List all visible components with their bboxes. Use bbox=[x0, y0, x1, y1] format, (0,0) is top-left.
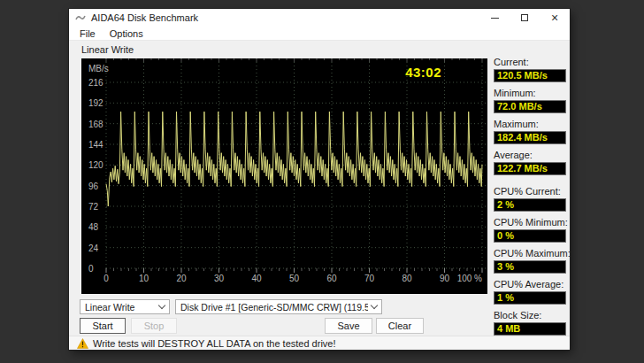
svg-text:216: 216 bbox=[88, 78, 104, 88]
menu-item-options[interactable]: Options bbox=[110, 28, 143, 39]
svg-text:10: 10 bbox=[139, 274, 150, 283]
maximize-icon bbox=[521, 14, 528, 21]
chart-title: Linear Write bbox=[81, 44, 134, 55]
app-window: AIDA64 Disk Benchmark × FileOptions Line… bbox=[69, 9, 570, 350]
svg-text:70: 70 bbox=[364, 274, 375, 283]
svg-text:40: 40 bbox=[251, 274, 262, 283]
stat-label: CPU% Current: bbox=[494, 186, 566, 197]
svg-text:144: 144 bbox=[88, 140, 104, 150]
stat-label: CPU% Maximum: bbox=[494, 248, 566, 259]
stat-value: 182.4 MB/s bbox=[494, 131, 566, 144]
chart-canvas: MB/s024487296120144168192216010203040506… bbox=[81, 58, 487, 294]
close-button[interactable]: × bbox=[540, 9, 570, 27]
stat-label: Average: bbox=[494, 150, 566, 161]
stats-sidebar: Current:120.5 MB/sMinimum:72.0 MB/sMaxim… bbox=[494, 57, 566, 341]
stat-item: Block Size:4 MB bbox=[494, 310, 566, 336]
stat-label: Block Size: bbox=[494, 310, 566, 321]
status-bar: Write tests will DESTROY ALL DATA on the… bbox=[69, 336, 570, 350]
stat-item: CPU% Maximum:3 % bbox=[494, 248, 566, 274]
maximize-button[interactable] bbox=[510, 9, 540, 27]
warning-text: Write tests will DESTROY ALL DATA on the… bbox=[93, 338, 336, 349]
stat-value: 72.0 MB/s bbox=[494, 100, 566, 113]
svg-text:96: 96 bbox=[88, 182, 99, 191]
stat-label: Current: bbox=[494, 57, 566, 68]
drive-select-value: Disk Drive #1 [Generic-SD/MMC CRW] (119.… bbox=[180, 302, 368, 313]
svg-text:168: 168 bbox=[88, 120, 104, 129]
stat-label: Minimum: bbox=[494, 88, 566, 99]
minimize-button[interactable] bbox=[479, 9, 510, 27]
svg-text:0: 0 bbox=[104, 274, 109, 283]
svg-text:80: 80 bbox=[402, 274, 412, 283]
window-controls: × bbox=[479, 9, 570, 27]
warning-icon bbox=[77, 338, 88, 349]
minimize-icon bbox=[491, 18, 499, 19]
svg-text:48: 48 bbox=[88, 222, 99, 232]
chevron-down-icon bbox=[158, 302, 165, 309]
content-area: Linear Write MB/s02448729612014416819221… bbox=[69, 41, 570, 350]
svg-text:24: 24 bbox=[88, 243, 99, 253]
svg-text:60: 60 bbox=[326, 274, 337, 283]
clear-button[interactable]: Clear bbox=[376, 318, 424, 334]
benchmark-chart: MB/s024487296120144168192216010203040506… bbox=[81, 58, 487, 294]
stat-value: 120.5 MB/s bbox=[494, 69, 566, 82]
svg-text:20: 20 bbox=[176, 274, 187, 283]
svg-text:90: 90 bbox=[440, 274, 450, 283]
stop-button[interactable]: Stop bbox=[131, 318, 177, 334]
stat-label: Maximum: bbox=[494, 119, 566, 130]
svg-text:100 %: 100 % bbox=[457, 274, 482, 283]
elapsed-time: 43:02 bbox=[405, 65, 441, 80]
save-button[interactable]: Save bbox=[325, 318, 372, 334]
y-axis-unit: MB/s bbox=[88, 64, 109, 73]
app-icon bbox=[75, 12, 86, 23]
svg-text:50: 50 bbox=[289, 274, 300, 283]
start-button[interactable]: Start bbox=[80, 318, 126, 334]
stat-value: 122.7 MB/s bbox=[494, 162, 566, 175]
chevron-down-icon bbox=[371, 302, 378, 309]
stat-item: Maximum:182.4 MB/s bbox=[494, 119, 566, 144]
stat-item: Minimum:72.0 MB/s bbox=[494, 88, 566, 113]
stat-value: 4 MB bbox=[494, 322, 566, 336]
stat-value: 2 % bbox=[494, 198, 566, 212]
stat-value: 0 % bbox=[494, 229, 566, 243]
stat-item: CPU% Average:1 % bbox=[494, 279, 566, 305]
drive-select[interactable]: Disk Drive #1 [Generic-SD/MMC CRW] (119.… bbox=[175, 299, 382, 314]
title-bar: AIDA64 Disk Benchmark × bbox=[69, 9, 570, 27]
stat-item: CPU% Minimum:0 % bbox=[494, 217, 566, 243]
svg-text:192: 192 bbox=[88, 98, 104, 108]
menu-item-file[interactable]: File bbox=[80, 28, 96, 39]
svg-text:0: 0 bbox=[88, 264, 94, 274]
test-type-value: Linear Write bbox=[85, 302, 156, 313]
stat-item: Average:122.7 MB/s bbox=[494, 150, 566, 175]
svg-text:72: 72 bbox=[88, 202, 99, 212]
svg-text:120: 120 bbox=[88, 160, 104, 170]
close-icon: × bbox=[551, 13, 558, 22]
svg-text:30: 30 bbox=[214, 274, 225, 283]
stat-item: Current:120.5 MB/s bbox=[494, 57, 566, 82]
stat-label: CPU% Minimum: bbox=[494, 217, 566, 228]
stat-value: 1 % bbox=[494, 291, 566, 305]
stat-label: CPU% Average: bbox=[494, 279, 566, 290]
stat-value: 3 % bbox=[494, 260, 566, 274]
menu-bar: FileOptions bbox=[69, 27, 570, 41]
window-title: AIDA64 Disk Benchmark bbox=[91, 12, 198, 23]
stat-item: CPU% Current:2 % bbox=[494, 186, 566, 212]
test-type-select[interactable]: Linear Write bbox=[80, 299, 170, 314]
